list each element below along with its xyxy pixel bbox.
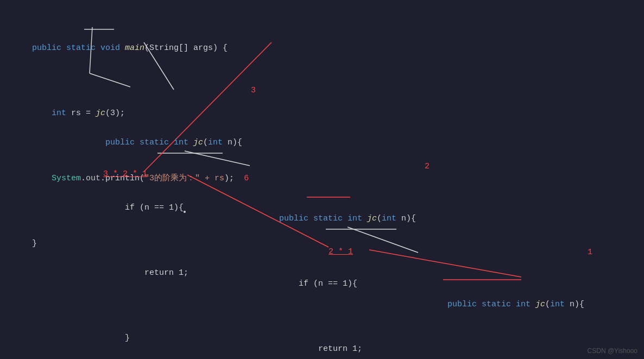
annotation-2x1: 2 * 1 (329, 247, 353, 256)
jc3-line-2: if (n == 1){ (76, 188, 242, 228)
jc2-line-3: return 1; (250, 330, 416, 359)
jc-block-3: 3 public static int jc(int n){ if (n == … (76, 84, 242, 359)
jc2-line-1: public static int jc(int n){ (250, 199, 416, 238)
jc3-line-4: } (76, 319, 242, 358)
jc2-callnum: 2 (425, 160, 430, 173)
jc-block-1: 1 public static int jc(int n){ if (n == … (418, 246, 584, 359)
annotation-3x2x1: 3 * 2 * 1 (103, 169, 147, 179)
code-diagram: public static void main(String[] args) {… (0, 0, 644, 359)
jc2-line-2: if (n == 1){ (250, 264, 416, 304)
jc-block-2: 2 public static int jc(int n){ if (n == … (250, 160, 416, 359)
jc1-line-1: public static int jc(int n){ (418, 285, 584, 324)
jc3-callnum: 3 (251, 84, 256, 97)
main-line-1: public static void main(String[] args) { (3, 29, 249, 68)
jc1-line-2: if (n == 1){ (418, 350, 584, 359)
jc1-callnum: 1 (588, 246, 592, 259)
jc3-line-1: public static int jc(int n){ (76, 123, 242, 162)
jc3-line-3: return 1; (76, 254, 242, 293)
watermark: CSDN @Yishooo (588, 347, 637, 355)
